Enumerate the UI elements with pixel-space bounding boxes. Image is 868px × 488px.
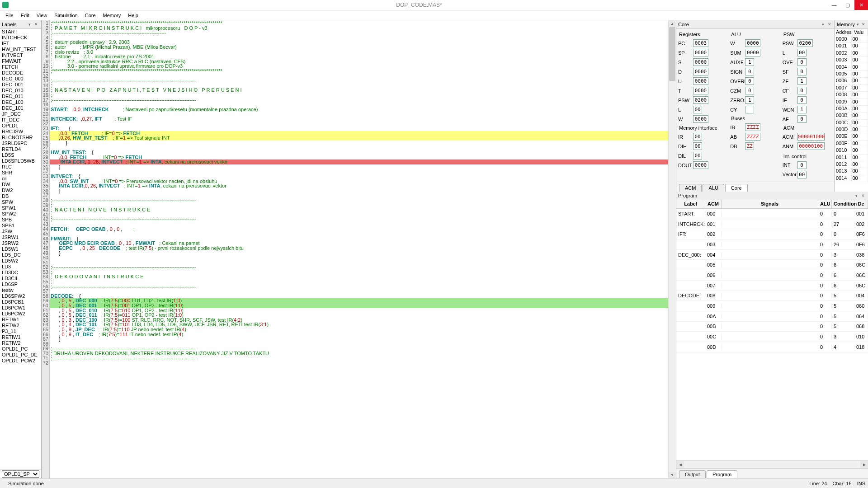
core-tab-core[interactable]: Core xyxy=(725,184,748,192)
program-row[interactable]: 00A05064 xyxy=(676,311,868,322)
pin-icon[interactable]: ▾ xyxy=(26,21,33,28)
menu-simulation[interactable]: Simulation xyxy=(51,12,81,19)
scroll-thumb[interactable] xyxy=(669,27,675,81)
reg-value[interactable] xyxy=(745,106,754,113)
reg-value[interactable]: 0003 xyxy=(693,39,708,47)
code-line[interactable]: FETCH: OEPC OEAB , 0 , 0 , ; xyxy=(50,227,668,232)
code-line[interactable]: ;---------------------------------------… xyxy=(50,198,668,203)
reg-value[interactable]: ZZ xyxy=(745,142,754,150)
code-line[interactable] xyxy=(50,121,668,126)
maximize-button[interactable]: ▢ xyxy=(841,0,854,10)
memory-row[interactable]: 000900 xyxy=(835,99,868,106)
label-item[interactable]: RETW2 xyxy=(0,323,41,328)
reg-value[interactable]: 0000 xyxy=(745,49,760,56)
core-pin-icon[interactable]: ▾ xyxy=(820,21,826,28)
memory-row[interactable]: 001400 xyxy=(835,175,868,182)
label-item[interactable]: START xyxy=(0,29,41,35)
code-line[interactable]: ;---------------------------------------… xyxy=(50,78,668,83)
reg-value[interactable]: 0000 xyxy=(693,58,708,66)
code-line[interactable]: ECPC , 0 , 25 , DECODE ; test IR(7:5) - … xyxy=(50,246,668,251)
program-row[interactable]: 00905060 xyxy=(676,301,868,311)
menu-view[interactable]: View xyxy=(33,12,51,19)
label-item[interactable]: LD3CIL xyxy=(0,276,41,282)
program-row[interactable]: 0030260F6 xyxy=(676,239,868,250)
label-item[interactable]: FETCH xyxy=(0,64,41,70)
code-line[interactable]: ,0,26, HW_INT_TEST ; IF=1 => Test signal… xyxy=(50,136,668,141)
memory-row[interactable]: 000E00 xyxy=(835,133,868,140)
menu-core[interactable]: Core xyxy=(81,12,99,19)
reg-value[interactable]: 00 xyxy=(797,49,807,56)
code-line[interactable] xyxy=(50,112,668,117)
reg-value[interactable]: 00 xyxy=(693,152,702,160)
menu-edit[interactable]: Edit xyxy=(17,12,33,19)
label-item[interactable]: SPW2 xyxy=(0,211,41,217)
memory-row[interactable]: 000200 xyxy=(835,50,868,57)
code-line[interactable]: } xyxy=(50,188,668,193)
reg-value[interactable]: 0000 xyxy=(693,115,708,123)
code-line[interactable]: ;---------------------------------------… xyxy=(50,284,668,289)
program-row[interactable]: 0060606C xyxy=(676,270,868,281)
col-signals[interactable]: Signals xyxy=(722,200,818,208)
scroll-up-icon[interactable]: ▲ xyxy=(669,20,676,27)
code-line[interactable]: INTA ECIR, 0, 26, INTVECT ; INT=1 => INT… xyxy=(50,160,668,164)
memory-row[interactable]: 000600 xyxy=(835,78,868,84)
reg-value[interactable]: 0 xyxy=(745,68,754,75)
label-item[interactable]: RETIW2 xyxy=(0,340,41,346)
col-de[interactable]: De xyxy=(854,200,868,208)
label-item[interactable]: LD5_DC xyxy=(0,252,41,258)
minimize-button[interactable]: — xyxy=(827,0,841,10)
memory-list[interactable]: 0000000001000002000003000004000005000006… xyxy=(835,36,868,192)
code-line[interactable]: INTA ECIR,0, 26, INTVECT ; INT=1 => INTA… xyxy=(50,183,668,188)
program-row[interactable]: IFT:002000F6 xyxy=(676,229,868,239)
code-line[interactable]: ;***************************************… xyxy=(50,69,668,74)
memory-row[interactable]: 000000 xyxy=(835,36,868,43)
label-item[interactable]: testw xyxy=(0,287,41,293)
code-line[interactable]: ;---------------------------------------… xyxy=(50,217,668,222)
reg-value[interactable]: 00 xyxy=(693,142,702,150)
program-row[interactable]: 00D04018 xyxy=(676,342,868,352)
code-line[interactable]: INTCHECK: ,0,27, IFT ; Test IF xyxy=(50,117,668,122)
memory-row[interactable]: 001200 xyxy=(835,161,868,168)
menu-help[interactable]: Help xyxy=(124,12,142,19)
prog-close-icon[interactable]: ✕ xyxy=(860,192,866,199)
code-line[interactable]: ;---------------------------------------… xyxy=(50,265,668,270)
reg-value[interactable]: 00 xyxy=(693,106,702,113)
code-line[interactable] xyxy=(50,222,668,227)
memory-row[interactable]: 000400 xyxy=(835,64,868,71)
reg-value[interactable]: 0000 xyxy=(745,39,760,47)
label-item[interactable]: SPB1 xyxy=(0,223,41,229)
label-item[interactable]: DEC_011 xyxy=(0,94,41,99)
label-item[interactable]: cil xyxy=(0,176,41,182)
label-item[interactable]: DEC_010 xyxy=(0,88,41,94)
memory-row[interactable]: 001300 xyxy=(835,168,868,175)
reg-value[interactable]: 0 xyxy=(745,87,754,94)
label-item[interactable]: LD3DC xyxy=(0,270,41,276)
reg-value[interactable]: 0 xyxy=(797,68,807,75)
mem-pin-icon[interactable]: ▾ xyxy=(855,21,861,28)
program-row[interactable]: 0050606C xyxy=(676,260,868,270)
label-item[interactable]: DECODE xyxy=(0,70,41,76)
program-scrollbar-h[interactable]: ◀ ▶ xyxy=(676,460,868,468)
reg-value[interactable]: 0 xyxy=(745,77,754,85)
label-item[interactable]: DEC_100 xyxy=(0,99,41,105)
reg-value[interactable]: 0 xyxy=(797,58,807,66)
col-alu[interactable]: ALU xyxy=(818,200,832,208)
label-item[interactable]: INTVECT xyxy=(0,52,41,58)
code-line[interactable] xyxy=(50,361,668,366)
mem-col-addr[interactable]: Addres xyxy=(835,29,853,36)
memory-row[interactable]: 000B00 xyxy=(835,113,868,119)
label-item[interactable]: DW2 xyxy=(0,188,41,193)
labels-list[interactable]: STARTINTCHECKIFTHW_INT_TESTINTVECTFMWAIT… xyxy=(0,29,41,469)
mem-close-icon[interactable]: ✕ xyxy=(861,21,866,28)
mem-col-val[interactable]: Valu xyxy=(853,29,868,36)
label-item[interactable]: LD5W2 xyxy=(0,258,41,264)
label-item[interactable]: RETIW1 xyxy=(0,334,41,340)
code-editor[interactable]: 1234567891011121314151617181920212223242… xyxy=(42,20,676,478)
code-line[interactable]: , 0 , 9 , IT_DEC ; IR(7:5)=111 IT nebo n… xyxy=(50,332,668,337)
label-item[interactable]: RETLD4 xyxy=(0,146,41,152)
prog-pin-icon[interactable]: ▾ xyxy=(853,192,859,199)
label-item[interactable]: DB xyxy=(0,193,41,199)
program-row[interactable]: START:00000001 xyxy=(676,209,868,219)
reg-value[interactable]: 1 xyxy=(745,58,754,66)
code-line[interactable] xyxy=(50,255,668,260)
